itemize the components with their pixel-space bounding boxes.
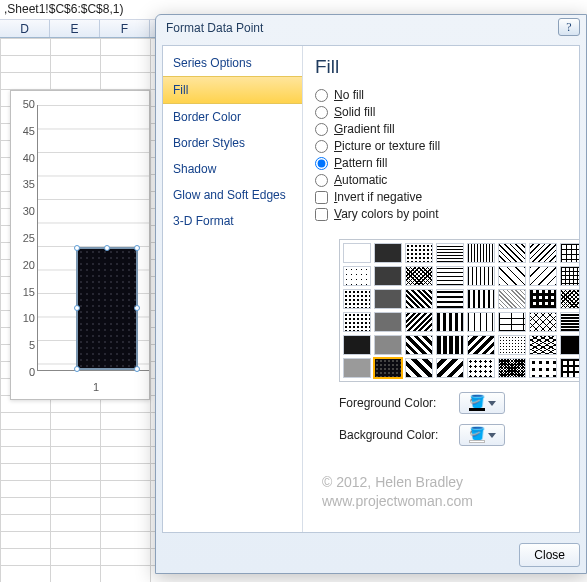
foreground-color-button[interactable]: 🪣 — [459, 392, 505, 414]
foreground-color-label: Foreground Color: — [339, 396, 451, 410]
sidebar-item-3-d-format[interactable]: 3-D Format — [163, 208, 302, 234]
y-axis-tick: 20 — [15, 259, 35, 271]
background-color-button[interactable]: 🪣 — [459, 424, 505, 446]
pattern-swatch[interactable] — [529, 289, 557, 309]
pattern-swatch[interactable] — [343, 289, 371, 309]
pattern-swatch[interactable] — [343, 266, 371, 286]
pattern-swatch[interactable] — [405, 243, 433, 263]
pattern-swatch[interactable] — [374, 289, 402, 309]
fill-radio-pattern-fill[interactable] — [315, 157, 328, 170]
pattern-swatch[interactable] — [343, 243, 371, 263]
pattern-swatch[interactable] — [374, 266, 402, 286]
pattern-swatch[interactable] — [498, 358, 526, 378]
pattern-swatch[interactable] — [374, 358, 402, 378]
pattern-swatch[interactable] — [560, 243, 579, 263]
pattern-swatch[interactable] — [405, 358, 433, 378]
pattern-swatch[interactable] — [467, 266, 495, 286]
radio-label: No fill — [334, 88, 364, 102]
y-axis-tick: 25 — [15, 232, 35, 244]
fill-radio-no-fill[interactable] — [315, 89, 328, 102]
radio-label: Solid fill — [334, 105, 375, 119]
pattern-swatch[interactable] — [560, 289, 579, 309]
pattern-swatch[interactable] — [529, 358, 557, 378]
sidebar-item-glow-and-soft-edges[interactable]: Glow and Soft Edges — [163, 182, 302, 208]
pattern-picker — [339, 239, 579, 382]
help-button[interactable]: ? — [558, 18, 580, 36]
pattern-swatch[interactable] — [436, 289, 464, 309]
sidebar-item-series-options[interactable]: Series Options — [163, 50, 302, 76]
x-axis-tick: 1 — [93, 381, 99, 393]
sidebar-item-fill[interactable]: Fill — [163, 76, 302, 104]
pattern-swatch[interactable] — [467, 289, 495, 309]
plot-area — [37, 105, 149, 371]
y-axis-tick: 35 — [15, 178, 35, 190]
y-axis-tick: 15 — [15, 286, 35, 298]
watermark: © 2012, Helen Bradley www.projectwoman.c… — [322, 473, 473, 511]
paint-bucket-icon: 🪣 — [469, 427, 485, 440]
pattern-swatch[interactable] — [343, 335, 371, 355]
y-axis-tick: 10 — [15, 312, 35, 324]
radio-label: Pattern fill — [334, 156, 387, 170]
pattern-swatch[interactable] — [467, 335, 495, 355]
pattern-swatch[interactable] — [467, 358, 495, 378]
col-header-d[interactable]: D — [0, 20, 50, 37]
category-sidebar: Series OptionsFillBorder ColorBorder Sty… — [163, 46, 303, 532]
pattern-swatch[interactable] — [560, 312, 579, 332]
sidebar-item-border-color[interactable]: Border Color — [163, 104, 302, 130]
pattern-swatch[interactable] — [436, 358, 464, 378]
sidebar-item-shadow[interactable]: Shadow — [163, 156, 302, 182]
pattern-swatch[interactable] — [529, 312, 557, 332]
checkbox-label: Vary colors by point — [334, 207, 439, 221]
pattern-swatch[interactable] — [498, 335, 526, 355]
pattern-swatch[interactable] — [498, 289, 526, 309]
pattern-swatch[interactable] — [343, 358, 371, 378]
pattern-swatch[interactable] — [498, 243, 526, 263]
checkbox-label: Invert if negative — [334, 190, 422, 204]
fill-panel: Fill No fillSolid fillGradient fillPictu… — [303, 46, 579, 532]
pattern-swatch[interactable] — [467, 243, 495, 263]
column-headers: D E F — [0, 20, 155, 38]
data-point-bar[interactable] — [76, 247, 138, 370]
pattern-swatch[interactable] — [498, 312, 526, 332]
col-header-e[interactable]: E — [50, 20, 100, 37]
radio-label: Picture or texture fill — [334, 139, 440, 153]
pattern-swatch[interactable] — [405, 335, 433, 355]
fill-radio-picture-or-texture-fill[interactable] — [315, 140, 328, 153]
pattern-swatch[interactable] — [529, 335, 557, 355]
pattern-swatch[interactable] — [560, 358, 579, 378]
embedded-chart[interactable]: 05101520253035404550 1 — [10, 90, 150, 400]
pattern-swatch[interactable] — [436, 312, 464, 332]
fill-radio-automatic[interactable] — [315, 174, 328, 187]
pattern-swatch[interactable] — [498, 266, 526, 286]
chevron-down-icon — [488, 433, 496, 438]
pattern-swatch[interactable] — [436, 243, 464, 263]
checkbox-invert-if-negative[interactable] — [315, 191, 328, 204]
fill-radio-gradient-fill[interactable] — [315, 123, 328, 136]
panel-heading: Fill — [315, 56, 567, 78]
pattern-swatch[interactable] — [436, 335, 464, 355]
radio-label: Automatic — [334, 173, 387, 187]
y-axis-tick: 40 — [15, 152, 35, 164]
dialog-title: Format Data Point — [156, 15, 586, 43]
paint-bucket-icon: 🪣 — [469, 395, 485, 408]
col-header-f[interactable]: F — [100, 20, 150, 37]
pattern-swatch[interactable] — [374, 335, 402, 355]
pattern-swatch[interactable] — [374, 312, 402, 332]
fill-radio-solid-fill[interactable] — [315, 106, 328, 119]
pattern-swatch[interactable] — [405, 266, 433, 286]
checkbox-vary-colors-by-point[interactable] — [315, 208, 328, 221]
pattern-swatch[interactable] — [374, 243, 402, 263]
pattern-swatch[interactable] — [405, 289, 433, 309]
pattern-swatch[interactable] — [343, 312, 371, 332]
pattern-swatch[interactable] — [405, 312, 433, 332]
sidebar-item-border-styles[interactable]: Border Styles — [163, 130, 302, 156]
close-button[interactable]: Close — [519, 543, 580, 567]
formula-bar[interactable]: ,Sheet1!$C$6:$C$8,1) — [0, 0, 155, 20]
pattern-swatch[interactable] — [467, 312, 495, 332]
pattern-swatch[interactable] — [529, 266, 557, 286]
pattern-swatch[interactable] — [436, 266, 464, 286]
chevron-down-icon — [488, 401, 496, 406]
pattern-swatch[interactable] — [560, 266, 579, 286]
pattern-swatch[interactable] — [560, 335, 579, 355]
pattern-swatch[interactable] — [529, 243, 557, 263]
